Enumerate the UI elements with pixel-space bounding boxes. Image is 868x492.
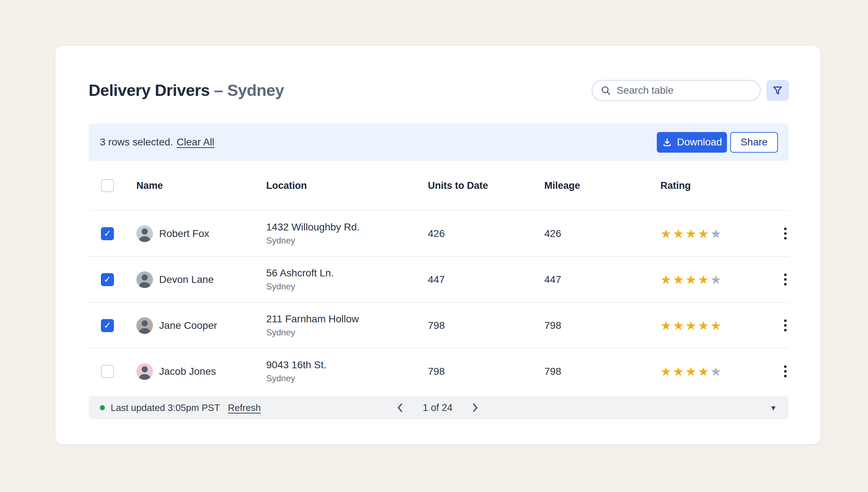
star-filled-icon: ★: [673, 365, 684, 378]
driver-city: Sydney: [266, 327, 428, 338]
star-filled-icon: ★: [710, 319, 721, 332]
star-filled-icon: ★: [673, 319, 684, 332]
rating-stars: ★★★★★: [660, 228, 780, 240]
column-header-location: Location: [266, 180, 428, 191]
star-filled-icon: ★: [660, 273, 671, 286]
last-updated-text: Last updated 3:05pm PST: [111, 402, 220, 413]
rating-stars: ★★★★★: [660, 319, 780, 332]
filter-funnel-icon: [772, 85, 783, 96]
page-title-separator: –: [214, 81, 223, 99]
table-header-row: Name Location Units to Date Mileage Rati…: [89, 161, 789, 210]
person-icon: [136, 225, 153, 242]
pagination: 1 of 24: [394, 401, 482, 415]
row-checkbox[interactable]: [101, 227, 114, 240]
footer-right: ▾: [771, 404, 775, 412]
mileage-cell: 798: [544, 366, 660, 377]
select-all-checkbox[interactable]: [101, 179, 114, 192]
chevron-right-icon: [471, 403, 479, 412]
star-filled-icon: ★: [698, 365, 709, 378]
star-empty-icon: ★: [710, 365, 721, 378]
person-icon: [136, 317, 153, 334]
driver-city: Sydney: [266, 236, 428, 246]
driver-city: Sydney: [266, 373, 428, 383]
share-button-label: Share: [741, 136, 768, 148]
table-row[interactable]: Jane Cooper 211 Farnham Hollow Sydney 79…: [89, 302, 789, 348]
page-title-secondary: Sydney: [227, 81, 284, 99]
refresh-link[interactable]: Refresh: [228, 402, 261, 413]
share-button[interactable]: Share: [730, 132, 778, 153]
driver-address: 1432 Willoughby Rd.: [266, 221, 428, 233]
star-filled-icon: ★: [673, 228, 684, 240]
avatar: [136, 317, 153, 334]
page-title: Delivery Drivers – Sydney: [89, 81, 284, 100]
download-icon: [662, 137, 672, 148]
star-filled-icon: ★: [685, 319, 696, 332]
table-row[interactable]: Robert Fox 1432 Willoughby Rd. Sydney 42…: [89, 210, 789, 256]
driver-address: 211 Farnham Hollow: [266, 313, 428, 325]
page-title-primary: Delivery Drivers: [89, 81, 210, 99]
person-icon: [136, 271, 153, 288]
prev-page-button[interactable]: [394, 401, 406, 415]
download-button-label: Download: [677, 136, 722, 148]
row-menu-button[interactable]: [784, 318, 789, 332]
selection-bar: 3 rows selected. Clear All Download Shar…: [89, 123, 789, 161]
star-filled-icon: ★: [698, 228, 709, 240]
footer-status: Last updated 3:05pm PST Refresh: [100, 402, 394, 413]
column-header-mileage: Mileage: [544, 180, 660, 191]
star-filled-icon: ★: [660, 365, 671, 378]
avatar: [136, 271, 153, 288]
column-header-units: Units to Date: [428, 180, 544, 191]
units-cell: 798: [428, 320, 544, 331]
units-cell: 798: [428, 366, 544, 377]
column-header-name: Name: [136, 180, 266, 191]
card-header: Delivery Drivers – Sydney: [89, 79, 789, 102]
avatar: [136, 363, 153, 380]
driver-name: Jacob Jones: [159, 366, 216, 377]
star-filled-icon: ★: [673, 273, 684, 286]
star-filled-icon: ★: [698, 319, 709, 332]
star-filled-icon: ★: [660, 319, 671, 332]
row-checkbox[interactable]: [101, 273, 114, 286]
table-body: Robert Fox 1432 Willoughby Rd. Sydney 42…: [89, 210, 789, 394]
driver-city: Sydney: [266, 281, 428, 292]
driver-address: 56 Ashcroft Ln.: [266, 267, 428, 279]
star-empty-icon: ★: [710, 273, 721, 286]
row-checkbox[interactable]: [101, 319, 114, 332]
driver-name: Jane Cooper: [159, 320, 217, 331]
clear-all-link[interactable]: Clear All: [176, 136, 214, 148]
page-indicator: 1 of 24: [423, 402, 453, 413]
table-row[interactable]: Devon Lane 56 Ashcroft Ln. Sydney 447 44…: [89, 256, 789, 302]
footer-dropdown-caret[interactable]: ▾: [771, 404, 775, 412]
star-filled-icon: ★: [685, 365, 696, 378]
units-cell: 447: [428, 274, 544, 285]
search-input[interactable]: [617, 85, 754, 96]
rating-stars: ★★★★★: [660, 365, 780, 378]
drivers-card: Delivery Drivers – Sydney 3 rows selecte…: [55, 45, 821, 445]
star-filled-icon: ★: [698, 273, 709, 286]
row-checkbox[interactable]: [101, 365, 114, 378]
row-menu-button[interactable]: [784, 226, 789, 241]
chevron-left-icon: [396, 403, 404, 412]
selection-message: 3 rows selected.: [100, 136, 173, 148]
mileage-cell: 447: [544, 274, 660, 285]
star-filled-icon: ★: [685, 273, 696, 286]
next-page-button[interactable]: [469, 401, 481, 415]
download-button[interactable]: Download: [657, 132, 727, 153]
filter-button[interactable]: [766, 80, 789, 101]
star-filled-icon: ★: [660, 228, 671, 240]
person-icon: [136, 363, 153, 380]
mileage-cell: 798: [544, 320, 660, 331]
search-group: [592, 80, 789, 101]
driver-address: 9043 16th St.: [266, 359, 428, 371]
driver-name: Devon Lane: [159, 274, 214, 285]
units-cell: 426: [428, 228, 544, 239]
row-menu-button[interactable]: [784, 364, 789, 378]
row-menu-button[interactable]: [784, 272, 789, 287]
table-footer: Last updated 3:05pm PST Refresh 1 of 24 …: [89, 396, 789, 419]
search-box[interactable]: [592, 80, 761, 101]
status-dot-icon: [100, 405, 105, 410]
driver-name: Robert Fox: [159, 228, 209, 239]
table-row[interactable]: Jacob Jones 9043 16th St. Sydney 798 798…: [89, 348, 789, 394]
rating-stars: ★★★★★: [660, 273, 780, 286]
avatar: [136, 225, 153, 242]
